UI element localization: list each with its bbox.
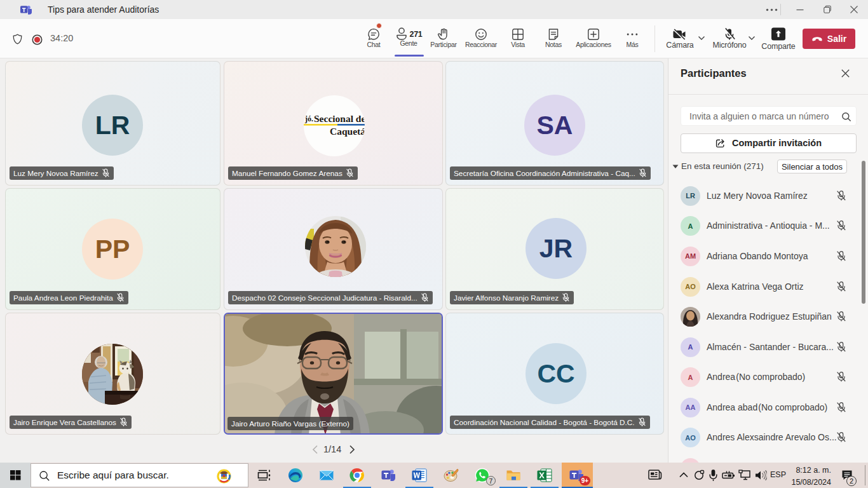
svg-text:Seccional de: Seccional de	[314, 113, 365, 124]
svg-text:jó.: jó.	[304, 114, 313, 123]
svg-text:Caquetá: Caquetá	[330, 126, 365, 137]
